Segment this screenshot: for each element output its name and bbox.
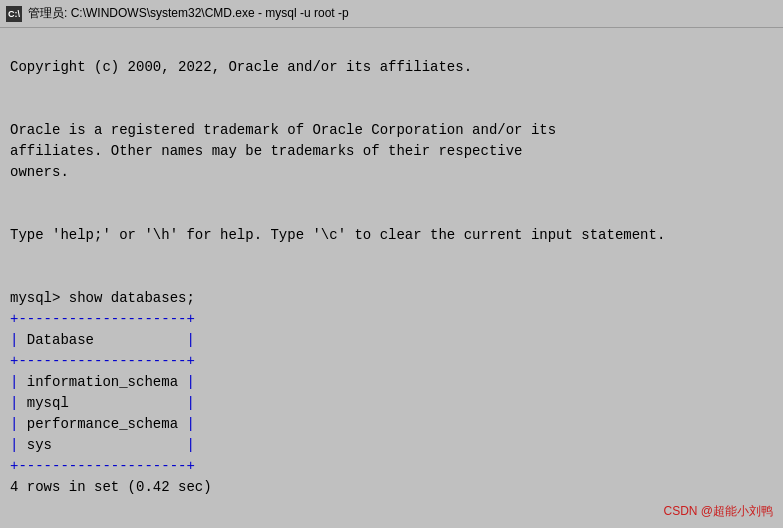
oracle-line2: affiliates. Other names may be trademark… — [10, 143, 522, 159]
cmd-icon: C:\ — [6, 6, 22, 22]
table-row-3: | performance_schema | — [10, 416, 195, 432]
terminal-output: Copyright (c) 2000, 2022, Oracle and/or … — [10, 36, 773, 528]
help-line: Type 'help;' or '\h' for help. Type '\c'… — [10, 227, 665, 243]
table-row-1: | information_schema | — [10, 374, 195, 390]
title-bar: C:\ 管理员: C:\WINDOWS\system32\CMD.exe - m… — [0, 0, 783, 28]
row-count: 4 rows in set (0.42 sec) — [10, 479, 212, 495]
table-header: | Database | — [10, 332, 195, 348]
table-row-4: | sys | — [10, 437, 195, 453]
oracle-line1: Oracle is a registered trademark of Orac… — [10, 122, 556, 138]
table-row-2: | mysql | — [10, 395, 195, 411]
oracle-line3: owners. — [10, 164, 69, 180]
table-top-border: +--------------------+ — [10, 311, 195, 327]
table-bottom-border: +--------------------+ — [10, 458, 195, 474]
cmd-window: C:\ 管理员: C:\WINDOWS\system32\CMD.exe - m… — [0, 0, 783, 528]
copyright-line: Copyright (c) 2000, 2022, Oracle and/or … — [10, 59, 472, 75]
terminal-body[interactable]: Copyright (c) 2000, 2022, Oracle and/or … — [0, 28, 783, 528]
watermark: CSDN @超能小刘鸭 — [663, 503, 773, 520]
title-bar-text: 管理员: C:\WINDOWS\system32\CMD.exe - mysql… — [28, 5, 777, 22]
table-header-border: +--------------------+ — [10, 353, 195, 369]
show-databases-cmd: mysql> show databases; — [10, 290, 195, 306]
